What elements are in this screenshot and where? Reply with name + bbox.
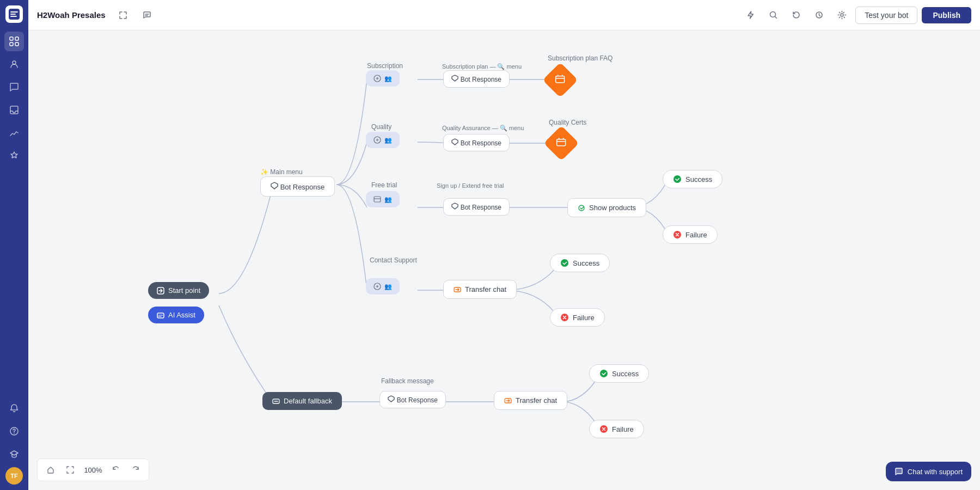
svg-rect-17 [557,139,566,146]
contact-support-transfer[interactable]: Transfer chat [443,280,517,299]
svg-rect-4 [15,42,19,46]
main-menu-label: ✨ Main menu [260,168,303,176]
subscription-plan-menu-label: Subscription plan — 🔍 menu [442,63,522,70]
test-bot-button[interactable]: Test your bot [855,7,917,24]
free-trial-failure[interactable]: Failure [663,225,718,244]
start-point-node[interactable]: Start point [148,282,209,299]
quality-certs-label: Quality Certs [549,119,586,126]
svg-rect-1 [10,37,13,40]
svg-point-24 [561,259,568,267]
show-products-node[interactable]: Show products [567,198,646,217]
default-fallback-node[interactable]: Default fallback [262,392,342,410]
svg-rect-2 [15,37,19,40]
svg-point-11 [841,14,843,16]
fallback-success[interactable]: Success [589,364,649,383]
contact-support-label: Contact Support [370,256,417,264]
home-view-button[interactable] [43,462,58,477]
flow-connections [28,30,980,490]
header-right: Test your bot Publish [741,6,971,24]
svg-point-19 [579,205,584,211]
users-icon[interactable] [4,54,24,74]
svg-point-5 [13,61,16,64]
quality-bot-response[interactable]: Bot Response [443,134,510,151]
fit-view-button[interactable] [63,462,78,477]
undo-button[interactable] [108,462,124,477]
main-menu-bot-response[interactable]: Bot Response [260,176,335,197]
sign-up-label: Sign up / Extend free trial [437,182,504,189]
avatar[interactable]: TF [5,467,23,485]
free-trial-bot-response[interactable]: Bot Response [443,198,510,216]
publish-button[interactable]: Publish [922,7,971,23]
history-icon[interactable] [810,6,828,24]
redo-button[interactable] [128,462,143,477]
subscription-faq-label: Subscription plan FAQ [548,54,612,62]
help-icon[interactable] [4,421,24,441]
automation-icon[interactable] [4,146,24,166]
bell-icon[interactable] [4,399,24,418]
sidebar: TF [0,0,28,490]
analytics-icon[interactable] [4,123,24,143]
search-icon[interactable] [764,6,782,24]
refresh-icon[interactable] [787,6,805,24]
app-logo [5,5,23,23]
sidebar-bottom: TF [4,399,24,485]
dashboard-icon[interactable] [4,32,24,51]
svg-rect-3 [10,42,13,46]
expand-icon[interactable] [114,7,132,24]
chat-edit-icon[interactable] [138,7,156,24]
flow-canvas[interactable]: Start point AI Assist ✨ Main menu Bot Re… [28,30,980,490]
subscription-label: Subscription [367,62,403,70]
quality-label: Quality [371,123,391,131]
contact-support-trigger[interactable]: 👥 [366,278,400,295]
svg-rect-18 [374,197,381,202]
quality-assurance-menu-label: Quality Assurance — 🔍 menu [442,125,524,132]
settings-icon[interactable] [832,6,851,24]
page-title: H2Woah Presales [37,10,106,20]
lightning-icon[interactable] [741,6,759,24]
quality-certs-node[interactable] [549,131,574,156]
chat-icon[interactable] [4,77,24,97]
svg-point-20 [673,175,681,183]
free-trial-trigger[interactable]: 👥 [366,191,400,207]
education-icon[interactable] [4,444,24,464]
ai-assist-node[interactable]: AI Assist [148,307,204,323]
svg-rect-15 [556,76,565,83]
contact-support-success[interactable]: Success [550,254,610,272]
fallback-failure[interactable]: Failure [589,420,644,438]
inbox-icon[interactable] [4,100,24,120]
header: H2Woah Presales Test your bot Publ [28,0,980,30]
subscription-trigger[interactable]: 👥 [366,70,400,87]
fallback-bot-response[interactable]: Bot Response [379,391,446,408]
canvas-footer: 100% [37,458,149,481]
fallback-transfer-chat[interactable]: Transfer chat [494,391,567,410]
contact-support-failure[interactable]: Failure [550,308,605,327]
svg-point-8 [14,433,15,434]
chat-support-button[interactable]: Chat with support [886,462,971,481]
free-trial-label: Free trial [371,181,397,189]
quality-trigger[interactable]: 👥 [366,132,400,148]
subscription-faq-node[interactable] [548,68,573,93]
fallback-message-label: Fallback message [381,377,434,385]
svg-point-28 [600,370,608,377]
free-trial-success[interactable]: Success [663,170,722,188]
subscription-bot-response[interactable]: Bot Response [443,70,510,88]
main-area: H2Woah Presales Test your bot Publ [28,0,980,490]
zoom-level: 100% [82,466,104,474]
